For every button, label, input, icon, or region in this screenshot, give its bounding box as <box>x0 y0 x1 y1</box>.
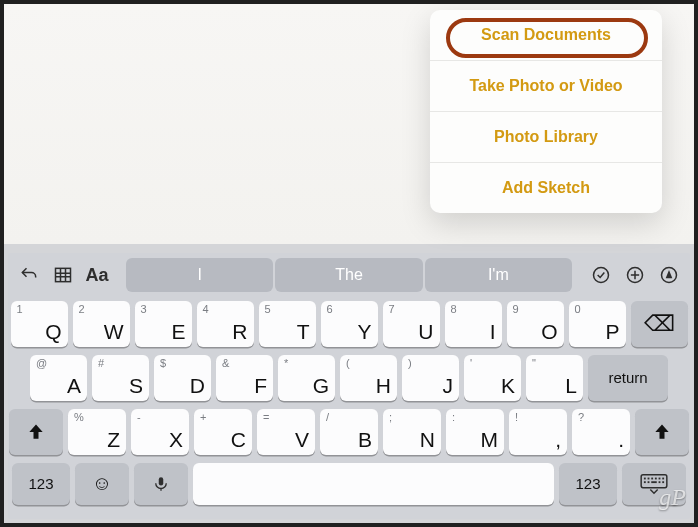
popover-item-add-sketch[interactable]: Add Sketch <box>430 162 662 213</box>
insert-popover: Scan Documents Take Photo or Video Photo… <box>430 10 662 213</box>
svg-point-1 <box>594 268 609 283</box>
key-g[interactable]: *G <box>278 355 335 401</box>
shift-key-left[interactable] <box>9 409 63 455</box>
space-key[interactable] <box>193 463 554 505</box>
dismiss-keyboard-key[interactable] <box>622 463 686 505</box>
svg-rect-16 <box>662 481 664 483</box>
key-row-3: %Z -X +C =V /B ;N :M !, ?. <box>12 409 686 455</box>
key-e[interactable]: 3E <box>135 301 192 347</box>
key-x[interactable]: -X <box>131 409 189 455</box>
key-q[interactable]: 1Q <box>11 301 68 347</box>
svg-rect-10 <box>659 477 661 479</box>
svg-rect-7 <box>648 477 650 479</box>
svg-rect-8 <box>651 477 653 479</box>
key-m[interactable]: :M <box>446 409 504 455</box>
key-c[interactable]: +C <box>194 409 252 455</box>
svg-rect-15 <box>659 481 661 483</box>
svg-rect-11 <box>662 477 664 479</box>
key-o[interactable]: 9O <box>507 301 564 347</box>
number-switch-key-left[interactable]: 123 <box>12 463 70 505</box>
key-i[interactable]: 8I <box>445 301 502 347</box>
key-h[interactable]: (H <box>340 355 397 401</box>
suggestion-2[interactable]: The <box>275 258 422 292</box>
suggestion-3[interactable]: I'm <box>425 258 572 292</box>
suggestion-1[interactable]: I <box>126 258 273 292</box>
key-y[interactable]: 6Y <box>321 301 378 347</box>
undo-icon[interactable] <box>14 260 44 290</box>
suggestion-bar: I The I'm <box>126 258 572 292</box>
key-v[interactable]: =V <box>257 409 315 455</box>
table-icon[interactable] <box>48 260 78 290</box>
key-row-2: @A #S $D &F *G (H )J 'K "L return <box>12 355 686 401</box>
key-p[interactable]: 0P <box>569 301 626 347</box>
markup-icon[interactable] <box>654 260 684 290</box>
key-w[interactable]: 2W <box>73 301 130 347</box>
key-l[interactable]: "L <box>526 355 583 401</box>
key-u[interactable]: 7U <box>383 301 440 347</box>
svg-rect-14 <box>651 481 657 483</box>
checklist-icon[interactable] <box>586 260 616 290</box>
svg-rect-0 <box>56 268 71 281</box>
svg-rect-9 <box>655 477 657 479</box>
dictation-key[interactable] <box>134 463 188 505</box>
number-switch-key-right[interactable]: 123 <box>559 463 617 505</box>
popover-item-photo-library[interactable]: Photo Library <box>430 111 662 162</box>
return-key[interactable]: return <box>588 355 668 401</box>
key-d[interactable]: $D <box>154 355 211 401</box>
svg-rect-13 <box>648 481 650 483</box>
key-row-1: 1Q 2W 3E 4R 5T 6Y 7U 8I 9O 0P ⌫ <box>12 301 686 347</box>
svg-rect-12 <box>644 481 646 483</box>
svg-rect-4 <box>159 477 164 485</box>
backspace-key[interactable]: ⌫ <box>631 301 688 347</box>
key-row-4: 123 ☺ 123 <box>12 463 686 505</box>
key-period[interactable]: ?. <box>572 409 630 455</box>
keyboard-topbar: Aa I The I'm <box>8 253 690 297</box>
svg-rect-6 <box>644 477 646 479</box>
key-b[interactable]: /B <box>320 409 378 455</box>
key-s[interactable]: #S <box>92 355 149 401</box>
key-j[interactable]: )J <box>402 355 459 401</box>
key-r[interactable]: 4R <box>197 301 254 347</box>
shift-key-right[interactable] <box>635 409 689 455</box>
popover-item-take-photo-video[interactable]: Take Photo or Video <box>430 60 662 111</box>
key-a[interactable]: @A <box>30 355 87 401</box>
emoji-key[interactable]: ☺ <box>75 463 129 505</box>
onscreen-keyboard: Aa I The I'm 1Q 2W 3E 4R 5T 6Y 7U 8I 9O … <box>8 253 690 519</box>
popover-item-scan-documents[interactable]: Scan Documents <box>430 10 662 60</box>
add-attachment-icon[interactable] <box>620 260 650 290</box>
key-z[interactable]: %Z <box>68 409 126 455</box>
key-f[interactable]: &F <box>216 355 273 401</box>
key-k[interactable]: 'K <box>464 355 521 401</box>
format-aa-icon[interactable]: Aa <box>82 260 112 290</box>
key-comma[interactable]: !, <box>509 409 567 455</box>
key-n[interactable]: ;N <box>383 409 441 455</box>
key-t[interactable]: 5T <box>259 301 316 347</box>
